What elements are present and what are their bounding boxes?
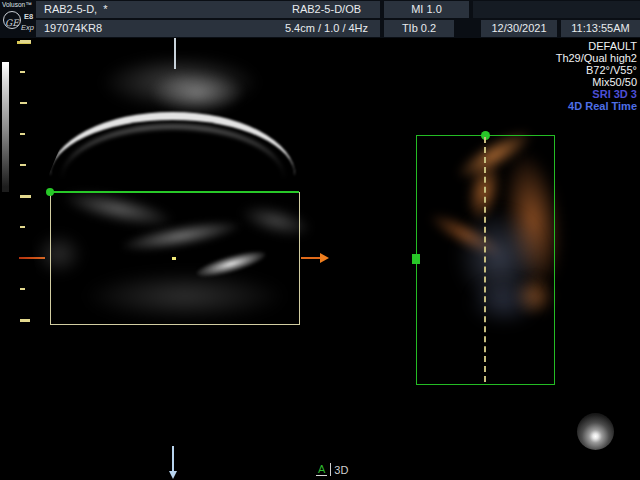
system-model: E8 (24, 12, 33, 21)
depth-tick (20, 102, 27, 104)
orientation-ball-icon (577, 413, 614, 450)
patient-id: 197074KR8 (36, 20, 277, 37)
time-display: 11:13:55AM (561, 20, 640, 37)
volume-box-side-handle[interactable] (412, 254, 420, 264)
roi-center-marker (172, 257, 176, 260)
roi-top-edge[interactable] (50, 191, 299, 193)
date-display: 12/30/2021 (481, 20, 557, 37)
header-bar: RAB2-5-D, * RAB2-5-D/OB MI 1.0 197074KR8… (0, 0, 640, 38)
system-tier: Exp (21, 23, 34, 32)
plane-mode-label: A 3D (316, 463, 348, 476)
roi-corner-handle[interactable] (46, 188, 54, 196)
volume-angles-label: B72°/V55° (556, 64, 637, 76)
active-image-arrow[interactable] (301, 257, 320, 259)
brand-name: Voluson™ (2, 1, 32, 8)
transducer-label: RAB2-5-D, * (36, 1, 277, 18)
label-divider (330, 463, 331, 476)
depth-tick (20, 164, 26, 166)
depth-tick (20, 226, 25, 228)
header-filler (473, 1, 640, 18)
mode-label: 3D (334, 464, 348, 476)
acquisition-info: 5.4cm / 1.0 / 4Hz (273, 20, 380, 37)
depth-tick-major (20, 319, 30, 322)
grayscale-bar (2, 62, 9, 192)
plane-letter: A (316, 463, 327, 476)
ultrasound-screen: RAB2-5-D, * RAB2-5-D/OB MI 1.0 197074KR8… (0, 0, 640, 480)
ge-monogram-icon: GE (3, 11, 21, 29)
active-image-arrow-head (320, 253, 329, 263)
cursor-arrow-line (172, 446, 174, 472)
render-direction-line[interactable] (484, 137, 486, 382)
sri-label: SRI 3D 3 (556, 88, 637, 100)
mechanical-index: MI 1.0 (384, 1, 469, 18)
depth-tick (20, 133, 25, 135)
4d-realtime-label: 4D Real Time (556, 100, 637, 112)
depth-tick-major (20, 40, 31, 43)
depth-tick (20, 288, 25, 290)
imaging-settings-panel: DEFAULT Th29/Qual high2 B72°/V55° Mix50/… (556, 40, 637, 112)
application-label: RAB2-5-D/OB (273, 1, 380, 18)
preset-label: DEFAULT (556, 40, 637, 52)
cursor-arrow-icon (169, 471, 177, 479)
near-field-echo (150, 72, 245, 114)
depth-tick (20, 71, 25, 73)
thermal-index: TIb 0.2 (384, 20, 454, 37)
depth-tick-major (20, 195, 31, 198)
probe-center-marker (174, 38, 176, 69)
threshold-quality-label: Th29/Qual high2 (556, 52, 637, 64)
mix-label: Mix50/50 (556, 76, 637, 88)
